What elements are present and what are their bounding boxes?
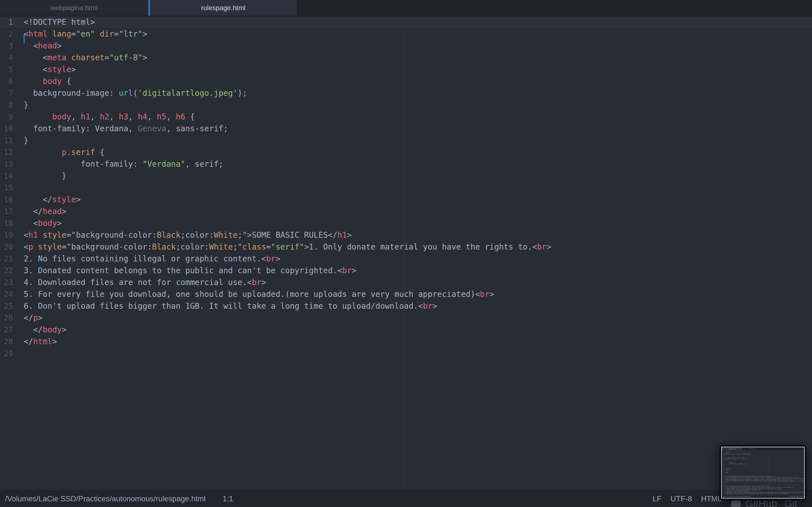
mini-github-dot <box>802 496 803 497</box>
code-line[interactable]: 12 p.serif { <box>0 147 812 158</box>
line-number[interactable]: 17 <box>0 206 17 217</box>
code-line[interactable]: 18 <body> <box>0 217 812 229</box>
code-token: > <box>352 266 356 275</box>
line-number[interactable]: 19 <box>0 229 17 241</box>
line-number[interactable]: 2 <box>0 28 17 40</box>
line-number[interactable]: 3 <box>0 40 17 52</box>
line-number[interactable]: 28 <box>0 336 17 348</box>
code-line[interactable]: 223. Donated content belongs to the publ… <box>0 265 812 277</box>
encoding-indicator[interactable]: UTF-8 <box>670 495 692 503</box>
line-number[interactable]: 16 <box>0 194 17 206</box>
line-number[interactable]: 10 <box>0 123 17 135</box>
code-text: body { <box>17 75 71 87</box>
screenshot-preview-overlay[interactable]: webpagina.html rulespage.html <style> bo… <box>719 445 806 500</box>
line-number[interactable]: 14 <box>0 170 17 182</box>
code-line[interactable]: 16 </style> <box>0 194 812 206</box>
code-editor[interactable]: 1<!DOCTYPE html>2<html lang="en" dir="lt… <box>0 16 812 490</box>
code-token: >The digital trashbunker is an offline, … <box>759 477 798 478</box>
code-line[interactable]: 1<!DOCTYPE html> <box>0 16 812 28</box>
code-token: < <box>724 451 726 452</box>
line-number[interactable]: 22 <box>0 265 17 277</box>
code-token <box>24 76 43 86</box>
code-text: </body> <box>17 324 66 336</box>
code-token: , <box>109 112 119 121</box>
code-line[interactable]: 256. Don't upload files bigger than 1GB.… <box>0 300 812 312</box>
code-token: > <box>799 477 800 478</box>
line-number[interactable]: 12 <box>0 147 17 158</box>
code-token: 2. No files containing illegal or graphi… <box>24 254 266 263</box>
code-line[interactable]: 5 <style> <box>0 64 812 75</box>
line-number[interactable]: 18 <box>0 217 17 229</box>
line-number[interactable]: 7 <box>0 87 17 99</box>
code-line[interactable]: 3 <head> <box>0 40 812 52</box>
code-line[interactable]: 10 font-family: Verdana, Geneva, sans-se… <box>0 123 812 135</box>
eol-indicator[interactable]: LF <box>652 495 661 503</box>
code-line[interactable]: 15 <box>0 182 812 194</box>
code-line[interactable]: 2<html lang="en" dir="ltr"> <box>0 28 812 40</box>
line-number[interactable]: 21 <box>0 253 17 265</box>
code-token: { <box>62 76 71 86</box>
code-line[interactable]: 11} <box>0 135 812 147</box>
code-line[interactable]: 28</html> <box>0 336 812 348</box>
code-line[interactable]: 7 background-image: url('digitalartlogo.… <box>0 87 812 99</box>
code-text: <body> <box>17 217 62 229</box>
code-token: < <box>24 65 47 74</box>
line-number[interactable]: 1 <box>0 16 17 28</box>
code-line[interactable]: 26</p> <box>0 312 812 324</box>
code-token: > <box>791 480 792 481</box>
code-line[interactable]: 212. No files containing illegal or grap… <box>0 253 812 265</box>
code-token: > <box>730 468 730 469</box>
code-line[interactable]: 9 body, h1, h2, h3, h4, h5, h6 { <box>0 111 812 123</box>
code-line[interactable]: 13 font-family: "Verdana", serif; <box>0 158 812 170</box>
code-token: style <box>726 487 729 488</box>
code-token: 3. Read the < <box>724 491 732 492</box>
code-token: br <box>252 278 261 287</box>
line-number[interactable]: 29 <box>0 348 17 359</box>
code-line[interactable]: 27 </body> <box>0 324 812 336</box>
code-line[interactable]: 245. For every file you download, one sh… <box>0 288 812 300</box>
code-token: background-image: <box>24 89 119 98</box>
line-number[interactable]: 27 <box>0 324 17 336</box>
line-number[interactable]: 9 <box>0 111 17 123</box>
line-number[interactable]: 5 <box>0 64 17 75</box>
code-token: 4. Downloaded files are not for commerci… <box>24 278 252 287</box>
line-number[interactable]: 25 <box>0 300 17 312</box>
code-line[interactable]: 14 } <box>0 170 812 182</box>
cursor-position[interactable]: 1:1 <box>222 495 233 503</box>
grammar-indicator[interactable]: HTML <box>701 495 722 503</box>
code-line[interactable]: 29 <box>0 348 812 359</box>
code-line[interactable]: 17 </head> <box>0 206 812 217</box>
code-line[interactable]: 234. Downloaded files are not for commer… <box>0 277 812 288</box>
line-number[interactable]: 4 <box>0 52 17 64</box>
code-token: font-family: Verdana, <box>724 458 738 459</box>
line-number[interactable]: 11 <box>0 135 17 147</box>
code-token: > How to use this network.</ <box>751 486 767 487</box>
code-token: > <box>754 494 755 495</box>
line-number[interactable]: 24 <box>0 288 17 300</box>
code-token: > <box>57 219 62 228</box>
line-number[interactable]: 26 <box>0 312 17 324</box>
code-token: > <box>490 290 494 299</box>
code-line[interactable]: 8} <box>0 99 812 111</box>
tab-webpagina[interactable]: webpagina.html <box>0 0 149 16</box>
line-number[interactable]: 13 <box>0 158 17 170</box>
line-number[interactable]: 20 <box>0 241 17 253</box>
code-line[interactable]: 6 body { <box>0 75 812 87</box>
code-token: >SOME BASIC RULES</ <box>247 230 337 240</box>
line-number[interactable]: 6 <box>0 75 17 87</box>
tab-rulespage[interactable]: rulespage.html <box>149 0 297 16</box>
code-token: 5. For every file you download, one shou… <box>24 290 480 299</box>
code-line[interactable]: 4 <meta charset="utf-8"> <box>0 52 812 64</box>
code-text: } <box>17 170 66 182</box>
code-token: h1 <box>29 230 38 240</box>
code-token: , <box>71 112 81 121</box>
code-line[interactable]: 19<h1 style="background-color:Black;colo… <box>0 229 812 241</box>
line-number[interactable]: 15 <box>0 182 17 194</box>
line-number[interactable]: 23 <box>0 277 17 288</box>
line-number[interactable]: 8 <box>0 99 17 111</box>
code-token: .serif <box>729 462 732 463</box>
code-line[interactable]: 20<p style="background-color:Black;color… <box>0 241 812 253</box>
code-token: "background-color:Black;color:White;" <box>730 487 751 488</box>
mini-status-right: LF UTF-8 HTML GitHub Git (0) <box>788 496 803 497</box>
code-token: = <box>114 29 119 39</box>
